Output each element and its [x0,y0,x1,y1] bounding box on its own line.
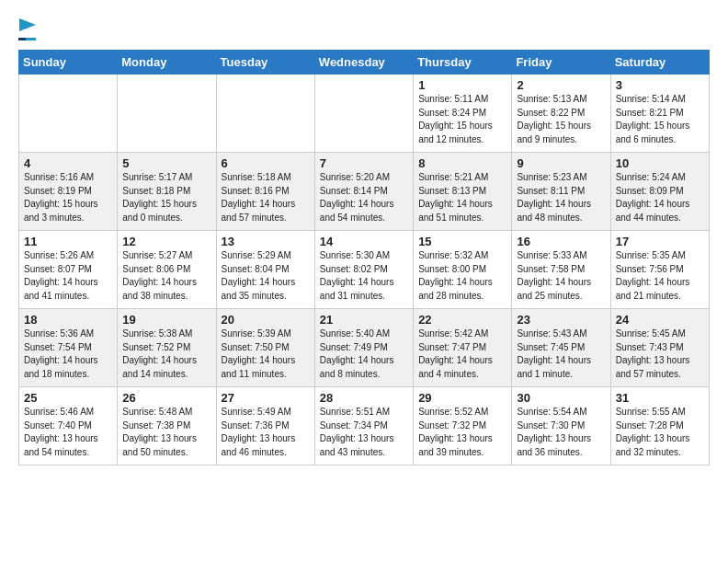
calendar-cell: 21Sunrise: 5:40 AMSunset: 7:49 PMDayligh… [314,309,413,387]
calendar-cell: 18Sunrise: 5:36 AMSunset: 7:54 PMDayligh… [19,309,118,387]
calendar-week-4: 18Sunrise: 5:36 AMSunset: 7:54 PMDayligh… [19,309,710,387]
col-header-saturday: Saturday [610,51,709,75]
day-info: Sunrise: 5:51 AMSunset: 7:34 PMDaylight:… [320,406,408,459]
calendar-cell: 8Sunrise: 5:21 AMSunset: 8:13 PMDaylight… [414,153,512,231]
day-info: Sunrise: 5:30 AMSunset: 8:02 PMDaylight:… [320,249,408,303]
day-number: 11 [24,235,112,248]
col-header-thursday: Thursday [414,51,512,75]
calendar-cell: 7Sunrise: 5:20 AMSunset: 8:14 PMDaylight… [314,153,413,231]
day-number: 25 [24,391,112,405]
day-number: 18 [24,313,112,327]
calendar-cell: 23Sunrise: 5:43 AMSunset: 7:45 PMDayligh… [512,309,610,387]
day-number: 7 [320,156,408,170]
day-info: Sunrise: 5:20 AMSunset: 8:14 PMDaylight:… [320,171,408,224]
day-info: Sunrise: 5:17 AMSunset: 8:18 PMDaylight:… [122,171,210,224]
day-info: Sunrise: 5:24 AMSunset: 8:09 PMDaylight:… [616,171,704,224]
calendar-header-row: SundayMondayTuesdayWednesdayThursdayFrid… [19,51,710,75]
calendar-week-3: 11Sunrise: 5:26 AMSunset: 8:07 PMDayligh… [19,231,710,309]
calendar-cell: 1Sunrise: 5:11 AMSunset: 8:24 PMDaylight… [414,75,512,153]
svg-marker-0 [19,18,36,31]
day-number: 16 [517,235,605,248]
calendar-week-1: 1Sunrise: 5:11 AMSunset: 8:24 PMDaylight… [19,75,710,153]
day-info: Sunrise: 5:46 AMSunset: 7:40 PMDaylight:… [24,406,112,459]
logo-underline [18,38,36,40]
calendar-cell: 12Sunrise: 5:27 AMSunset: 8:06 PMDayligh… [118,231,216,309]
day-number: 31 [616,391,704,405]
col-header-friday: Friday [512,51,610,75]
calendar-week-2: 4Sunrise: 5:16 AMSunset: 8:19 PMDaylight… [19,153,710,231]
calendar-cell: 2Sunrise: 5:13 AMSunset: 8:22 PMDaylight… [512,75,610,153]
day-info: Sunrise: 5:35 AMSunset: 7:56 PMDaylight:… [616,249,704,303]
calendar-cell: 16Sunrise: 5:33 AMSunset: 7:58 PMDayligh… [512,231,610,309]
day-info: Sunrise: 5:45 AMSunset: 7:43 PMDaylight:… [616,327,704,381]
day-info: Sunrise: 5:27 AMSunset: 8:06 PMDaylight:… [122,249,210,303]
day-info: Sunrise: 5:38 AMSunset: 7:52 PMDaylight:… [122,327,210,381]
day-number: 3 [616,78,704,92]
day-info: Sunrise: 5:48 AMSunset: 7:38 PMDaylight:… [122,406,210,459]
col-header-sunday: Sunday [19,51,118,75]
page: SundayMondayTuesdayWednesdayThursdayFrid… [0,0,728,475]
day-info: Sunrise: 5:14 AMSunset: 8:21 PMDaylight:… [616,93,704,146]
calendar-cell: 28Sunrise: 5:51 AMSunset: 7:34 PMDayligh… [314,387,413,465]
day-number: 13 [222,235,310,248]
day-info: Sunrise: 5:21 AMSunset: 8:13 PMDaylight:… [418,171,506,224]
day-info: Sunrise: 5:33 AMSunset: 7:58 PMDaylight:… [517,249,605,303]
header [18,15,710,40]
day-number: 20 [222,313,310,327]
calendar-cell: 11Sunrise: 5:26 AMSunset: 8:07 PMDayligh… [19,231,118,309]
day-number: 12 [122,235,210,248]
day-number: 17 [616,235,704,248]
calendar-cell [19,75,118,153]
calendar-cell: 22Sunrise: 5:42 AMSunset: 7:47 PMDayligh… [414,309,512,387]
col-header-tuesday: Tuesday [216,51,314,75]
day-info: Sunrise: 5:36 AMSunset: 7:54 PMDaylight:… [24,327,112,381]
day-info: Sunrise: 5:16 AMSunset: 8:19 PMDaylight:… [24,171,112,224]
calendar-cell [216,75,314,153]
day-info: Sunrise: 5:13 AMSunset: 8:22 PMDaylight:… [517,93,605,146]
day-info: Sunrise: 5:18 AMSunset: 8:16 PMDaylight:… [222,171,310,224]
day-info: Sunrise: 5:29 AMSunset: 8:04 PMDaylight:… [222,249,310,303]
day-number: 24 [616,313,704,327]
calendar-cell: 31Sunrise: 5:55 AMSunset: 7:28 PMDayligh… [610,387,709,465]
day-number: 21 [320,313,408,327]
day-number: 19 [122,313,210,327]
day-info: Sunrise: 5:23 AMSunset: 8:11 PMDaylight:… [517,171,605,224]
calendar-cell: 9Sunrise: 5:23 AMSunset: 8:11 PMDaylight… [512,153,610,231]
calendar-cell: 5Sunrise: 5:17 AMSunset: 8:18 PMDaylight… [118,153,216,231]
day-info: Sunrise: 5:43 AMSunset: 7:45 PMDaylight:… [517,327,605,381]
day-info: Sunrise: 5:42 AMSunset: 7:47 PMDaylight:… [418,327,506,381]
calendar-cell: 25Sunrise: 5:46 AMSunset: 7:40 PMDayligh… [19,387,118,465]
day-number: 8 [418,156,506,170]
calendar-table: SundayMondayTuesdayWednesdayThursdayFrid… [18,50,710,465]
calendar-cell: 30Sunrise: 5:54 AMSunset: 7:30 PMDayligh… [512,387,610,465]
day-info: Sunrise: 5:52 AMSunset: 7:32 PMDaylight:… [418,406,506,459]
day-number: 30 [517,391,605,405]
day-number: 9 [517,156,605,170]
calendar-cell: 6Sunrise: 5:18 AMSunset: 8:16 PMDaylight… [216,153,314,231]
calendar-cell: 27Sunrise: 5:49 AMSunset: 7:36 PMDayligh… [216,387,314,465]
day-number: 26 [122,391,210,405]
calendar-cell: 15Sunrise: 5:32 AMSunset: 8:00 PMDayligh… [414,231,512,309]
day-number: 2 [517,78,605,92]
day-number: 22 [418,313,506,327]
calendar-cell: 20Sunrise: 5:39 AMSunset: 7:50 PMDayligh… [216,309,314,387]
day-info: Sunrise: 5:11 AMSunset: 8:24 PMDaylight:… [418,93,506,146]
calendar-cell: 10Sunrise: 5:24 AMSunset: 8:09 PMDayligh… [610,153,709,231]
day-info: Sunrise: 5:54 AMSunset: 7:30 PMDaylight:… [517,406,605,459]
day-number: 10 [616,156,704,170]
day-info: Sunrise: 5:39 AMSunset: 7:50 PMDaylight:… [222,327,310,381]
day-number: 4 [24,156,112,170]
calendar-cell [314,75,413,153]
calendar-cell: 24Sunrise: 5:45 AMSunset: 7:43 PMDayligh… [610,309,709,387]
calendar-week-5: 25Sunrise: 5:46 AMSunset: 7:40 PMDayligh… [19,387,710,465]
calendar-cell: 3Sunrise: 5:14 AMSunset: 8:21 PMDaylight… [610,75,709,153]
calendar-cell: 17Sunrise: 5:35 AMSunset: 7:56 PMDayligh… [610,231,709,309]
day-number: 1 [418,78,506,92]
col-header-monday: Monday [118,51,216,75]
col-header-wednesday: Wednesday [314,51,413,75]
day-number: 23 [517,313,605,327]
day-info: Sunrise: 5:26 AMSunset: 8:07 PMDaylight:… [24,249,112,303]
calendar-cell [118,75,216,153]
day-number: 14 [320,235,408,248]
day-number: 28 [320,391,408,405]
